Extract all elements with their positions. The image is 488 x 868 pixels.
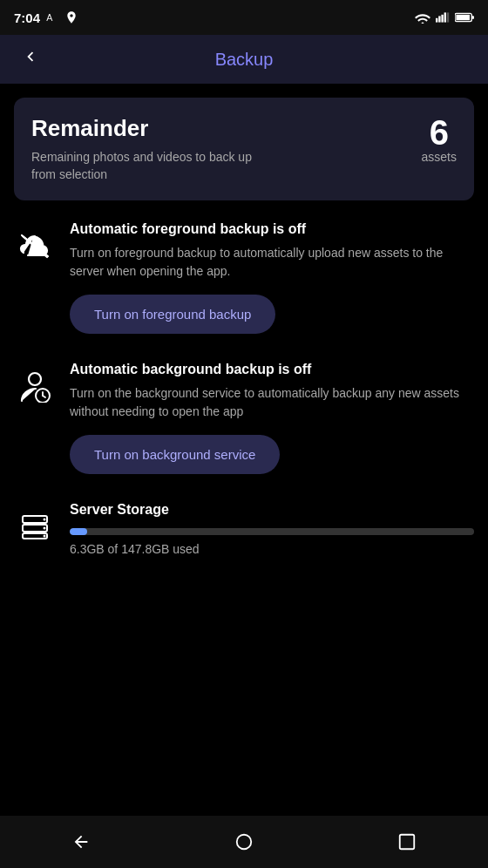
location-icon [64, 10, 78, 24]
status-time: 7:04 [14, 10, 40, 25]
remainder-card: Remainder Remaining photos and videos to… [14, 98, 474, 200]
background-backup-section: Automatic background backup is off Turn … [14, 362, 474, 474]
background-backup-title: Automatic background backup is off [70, 362, 474, 377]
svg-rect-5 [447, 12, 449, 22]
remainder-description: Remaining photos and videos to back up f… [31, 149, 275, 183]
remainder-title: Remainder [31, 115, 275, 142]
svg-text:A: A [46, 12, 53, 23]
remainder-count: 6 [422, 115, 457, 150]
recents-nav-button[interactable] [390, 824, 424, 859]
battery-icon [455, 12, 474, 23]
foreground-backup-body: Automatic foreground backup is off Turn … [70, 221, 474, 334]
wifi-icon [415, 11, 430, 24]
svg-rect-4 [444, 12, 446, 22]
storage-bar-fill [70, 528, 87, 535]
storage-used-text: 6.3GB of 147.8GB used [70, 542, 474, 556]
background-backup-body: Automatic background backup is off Turn … [70, 362, 474, 474]
svg-line-13 [43, 396, 45, 397]
back-nav-button[interactable] [64, 824, 98, 859]
svg-point-19 [44, 535, 46, 538]
svg-point-18 [44, 527, 46, 530]
cloud-off-icon [14, 225, 56, 267]
bottom-nav [0, 816, 488, 868]
main-content: Remainder Remaining photos and videos to… [0, 84, 488, 816]
home-nav-button[interactable] [227, 824, 261, 859]
server-storage-title: Server Storage [70, 502, 474, 518]
status-bar: 7:04 A [0, 0, 488, 35]
back-button[interactable] [14, 44, 47, 75]
svg-rect-3 [441, 15, 443, 23]
status-right [415, 11, 474, 24]
server-storage-icon [14, 505, 56, 547]
remainder-right: 6 assets [422, 115, 457, 164]
svg-rect-1 [436, 18, 437, 23]
foreground-backup-title: Automatic foreground backup is off [70, 221, 474, 237]
storage-body: Server Storage 6.3GB of 147.8GB used [70, 502, 474, 556]
foreground-backup-desc: Turn on foreground backup to automatical… [70, 244, 474, 281]
signal-icon [436, 11, 450, 24]
remainder-left: Remainder Remaining photos and videos to… [31, 115, 275, 183]
remainder-count-label: assets [422, 150, 457, 164]
turn-on-foreground-backup-button[interactable]: Turn on foreground backup [70, 295, 275, 334]
svg-rect-2 [438, 16, 440, 22]
a-icon: A [45, 10, 59, 24]
svg-point-20 [237, 835, 252, 850]
svg-rect-8 [471, 16, 474, 19]
status-left: 7:04 A [14, 10, 78, 25]
top-nav: Backup [0, 35, 488, 84]
background-backup-desc: Turn on the background service to automa… [70, 384, 474, 421]
page-title: Backup [215, 50, 274, 70]
svg-point-17 [44, 519, 46, 521]
background-service-icon [14, 365, 56, 407]
svg-rect-7 [456, 15, 470, 20]
storage-bar-background [70, 528, 474, 535]
foreground-backup-section: Automatic foreground backup is off Turn … [14, 221, 474, 334]
svg-point-10 [29, 373, 41, 385]
server-storage-section: Server Storage 6.3GB of 147.8GB used [14, 502, 474, 556]
turn-on-background-service-button[interactable]: Turn on background service [70, 435, 280, 474]
svg-rect-21 [399, 835, 414, 850]
